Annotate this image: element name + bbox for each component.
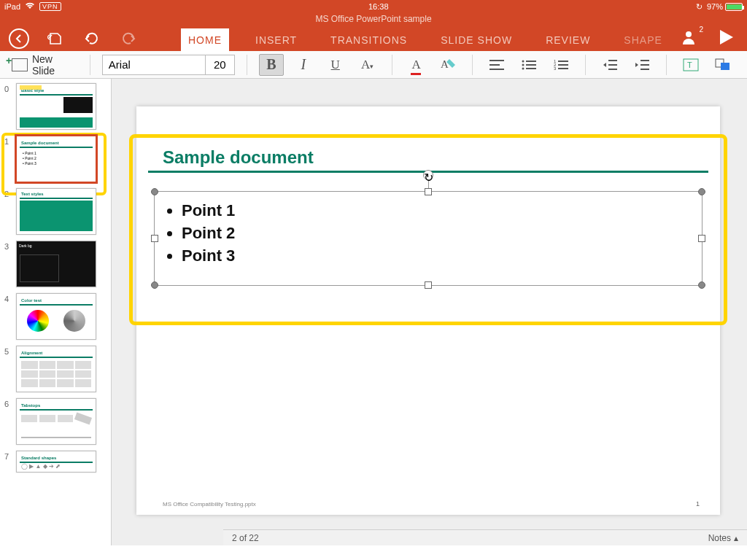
numbered-list-button[interactable]: 123 xyxy=(549,54,573,76)
svg-text:T: T xyxy=(687,61,692,69)
ios-status-bar: iPad VPN 16:38 ↻ 97% xyxy=(0,0,747,13)
tab-transitions[interactable]: TRANSITIONS xyxy=(323,28,414,53)
new-slide-button[interactable]: New Slide xyxy=(12,53,78,77)
slide-thumb-5[interactable]: Alignment xyxy=(16,346,96,392)
thumb-index: 6 xyxy=(4,398,13,408)
chevron-up-icon: ▴ xyxy=(734,533,738,543)
battery-icon xyxy=(725,3,743,11)
svg-rect-11 xyxy=(721,63,729,70)
slide-editor[interactable]: Sample document ↻ Point 1 Point 2 Point … xyxy=(112,79,747,545)
document-title: MS Office PowerPoint sample xyxy=(0,13,747,24)
share-count: 2 xyxy=(699,26,703,34)
svg-point-3 xyxy=(522,63,525,66)
thumb-index: 5 xyxy=(4,346,13,356)
slide-thumbnail-panel[interactable]: 0 Basic style 1 Sample document • Point … xyxy=(0,79,112,545)
new-slide-label: New Slide xyxy=(32,53,78,77)
resize-handle-sw[interactable] xyxy=(151,281,158,289)
resize-handle-s[interactable] xyxy=(425,281,432,289)
rotation-lock-icon: ↻ xyxy=(696,2,703,12)
slide-thumb-1[interactable]: Sample document • Point 1• Point 2• Poin… xyxy=(16,136,96,182)
bold-button[interactable]: B xyxy=(259,54,284,76)
slide-counter: 2 of 22 xyxy=(232,533,259,543)
slide-footer-filename: MS Office Compatibility Testing.pptx xyxy=(163,501,256,508)
tab-insert[interactable]: INSERT xyxy=(248,28,304,53)
resize-handle-e[interactable] xyxy=(698,235,705,242)
rotate-handle[interactable]: ↻ xyxy=(423,170,433,180)
notes-label: Notes xyxy=(708,533,731,543)
present-button[interactable] xyxy=(716,27,737,47)
svg-text:3: 3 xyxy=(554,66,557,71)
textbox-button[interactable]: T xyxy=(678,54,703,76)
ribbon-toolbar: New Slide Arial 20 B I U A▾ A A 123 T xyxy=(0,51,747,79)
slide-thumb-0[interactable]: Basic style xyxy=(16,83,96,130)
wifi-icon xyxy=(25,2,35,11)
font-format-button[interactable]: A▾ xyxy=(355,54,380,76)
notes-toggle[interactable]: Notes ▴ xyxy=(708,533,738,543)
clock: 16:38 xyxy=(368,2,389,11)
font-picker[interactable]: Arial 20 xyxy=(102,55,235,75)
tab-shape[interactable]: SHAPE xyxy=(616,28,669,53)
new-slide-icon xyxy=(12,58,28,71)
undo-button[interactable] xyxy=(82,28,102,49)
thumb-index: 1 xyxy=(4,136,13,146)
device-label: iPad xyxy=(4,2,20,11)
font-name-field[interactable]: Arial xyxy=(103,55,205,74)
ribbon-tabs: HOME INSERT TRANSITIONS SLIDE SHOW REVIE… xyxy=(181,24,670,53)
tab-review[interactable]: REVIEW xyxy=(538,28,597,53)
font-size-field[interactable]: 20 xyxy=(205,55,234,74)
share-user-button[interactable]: 2 xyxy=(678,27,699,47)
align-button[interactable] xyxy=(484,54,509,76)
decrease-indent-button[interactable] xyxy=(597,54,622,76)
status-bar: 2 of 22 Notes ▴ xyxy=(223,529,747,545)
resize-handle-se[interactable] xyxy=(698,281,705,289)
slide-thumb-4[interactable]: Color test xyxy=(16,293,96,340)
redo-button[interactable] xyxy=(118,28,139,49)
slide-thumb-6[interactable]: Tabstops xyxy=(16,398,96,445)
svg-text:A: A xyxy=(441,58,449,70)
slide-title-text[interactable]: Sample document xyxy=(163,147,314,168)
slide-thumb-3[interactable]: Dark bg xyxy=(16,241,96,287)
underline-button[interactable]: U xyxy=(323,54,348,76)
slide-canvas[interactable]: Sample document ↻ Point 1 Point 2 Point … xyxy=(136,106,720,515)
app-titlebar: MS Office PowerPoint sample HOME INSERT … xyxy=(0,13,747,51)
bullet-list-button[interactable] xyxy=(516,54,541,76)
tab-slideshow[interactable]: SLIDE SHOW xyxy=(433,28,519,53)
thumb-index: 7 xyxy=(4,451,13,461)
file-menu-button[interactable] xyxy=(45,28,66,49)
resize-handle-n[interactable] xyxy=(425,188,432,195)
highlight-button[interactable]: A xyxy=(436,54,461,76)
vpn-badge: VPN xyxy=(39,2,61,11)
tab-home[interactable]: HOME xyxy=(181,28,229,53)
svg-point-4 xyxy=(522,67,525,69)
thumb-index: 2 xyxy=(4,188,13,198)
back-button[interactable] xyxy=(9,28,29,49)
italic-button[interactable]: I xyxy=(291,54,316,76)
slide-footer-number: 1 xyxy=(696,500,700,508)
thumb-index: 3 xyxy=(4,241,13,251)
svg-point-2 xyxy=(522,60,525,62)
svg-point-0 xyxy=(686,31,692,37)
resize-handle-nw[interactable] xyxy=(151,188,158,195)
resize-handle-ne[interactable] xyxy=(698,188,705,195)
shape-button[interactable] xyxy=(711,54,735,76)
thumb-index: 4 xyxy=(4,293,13,303)
font-color-button[interactable]: A xyxy=(404,54,429,76)
battery-percent: 97% xyxy=(707,2,723,11)
resize-handle-w[interactable] xyxy=(151,235,158,242)
increase-indent-button[interactable] xyxy=(630,54,654,76)
slide-thumb-7[interactable]: Standard shapes ◯ ▶ ▲ ◆ ➔ ⬈ xyxy=(16,451,96,472)
thumb-index: 0 xyxy=(4,83,13,93)
selected-textbox[interactable]: ↻ xyxy=(154,191,703,286)
slide-thumb-2[interactable]: Text styles xyxy=(16,188,96,235)
